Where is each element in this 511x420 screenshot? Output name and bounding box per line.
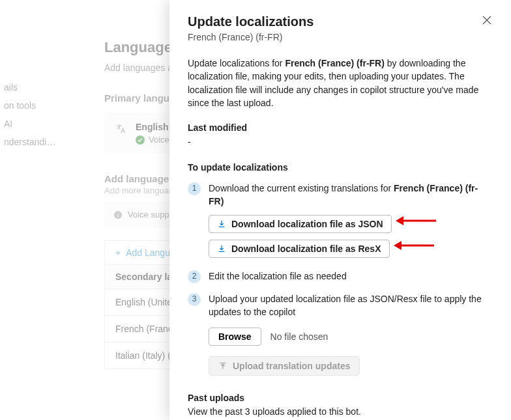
past-uploads-heading: Past uploads <box>188 391 493 404</box>
last-modified-value: - <box>188 135 493 148</box>
upload-translation-button: Upload translation updates <box>209 356 360 376</box>
annotation-arrow <box>396 216 436 225</box>
step-3-text: Upload your updated localization file as… <box>209 292 493 319</box>
download-icon <box>217 219 226 229</box>
browse-button[interactable]: Browse <box>209 328 261 346</box>
panel-subtitle: French (France) (fr-FR) <box>188 32 314 42</box>
download-resx-button[interactable]: Download localization file as ResX <box>209 240 390 258</box>
step-2-text: Edit the localization file as needed <box>209 270 493 283</box>
download-icon <box>217 244 226 253</box>
upload-icon <box>218 361 227 371</box>
close-button[interactable] <box>481 14 493 26</box>
step-number: 1 <box>188 182 201 195</box>
panel-description: Update localizations for French (France)… <box>188 57 493 109</box>
last-modified-label: Last modified <box>188 121 493 134</box>
step-1-text: Download the current existing translatio… <box>209 182 493 208</box>
update-localizations-panel: Update localizations French (France) (fr… <box>169 0 511 420</box>
no-file-label: No file chosen <box>270 330 328 343</box>
step-number: 2 <box>188 270 201 283</box>
step-number: 3 <box>188 293 201 306</box>
past-uploads-text: View the past 3 uploads applied to this … <box>188 405 493 418</box>
annotation-arrow <box>394 241 434 250</box>
download-json-button[interactable]: Download localization file as JSON <box>209 215 392 233</box>
panel-title: Update localizations <box>188 14 314 29</box>
steps-heading: To update localizations <box>188 161 493 174</box>
